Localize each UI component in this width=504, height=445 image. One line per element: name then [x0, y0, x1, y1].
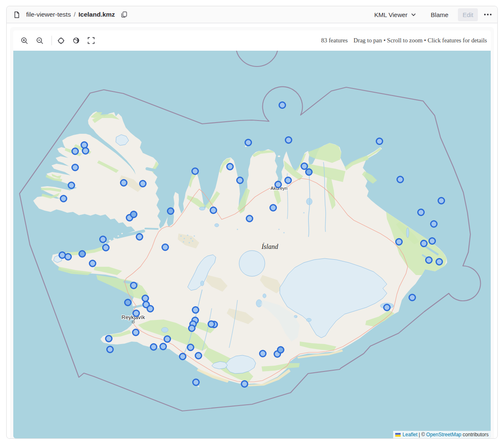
svg-text:Ísland: Ísland [261, 243, 279, 250]
